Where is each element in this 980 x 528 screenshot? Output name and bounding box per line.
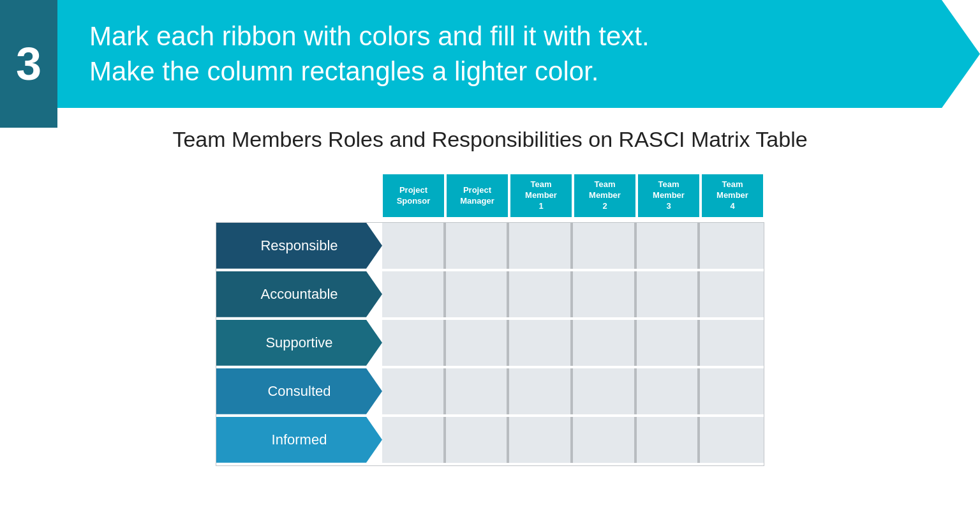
cell-main-supportive-5 bbox=[700, 320, 764, 366]
rasci-wrapper: ProjectSponsorProjectManagerTeamMember1T… bbox=[51, 174, 929, 466]
cell-accountable-5 bbox=[700, 271, 764, 317]
cell-main-accountable-1 bbox=[446, 271, 507, 317]
rasci-row-supportive: Supportive bbox=[216, 320, 764, 366]
rasci-row-responsible: Responsible bbox=[216, 223, 764, 269]
cell-main-supportive-3 bbox=[573, 320, 634, 366]
cell-main-responsible-3 bbox=[573, 223, 634, 269]
row-cells-consulted bbox=[382, 368, 764, 414]
col-header-5: TeamMember4 bbox=[702, 174, 763, 217]
cell-main-informed-1 bbox=[446, 417, 507, 463]
cell-supportive-0 bbox=[382, 320, 446, 366]
cell-consulted-4 bbox=[637, 368, 701, 414]
cell-accountable-4 bbox=[637, 271, 701, 317]
col-header-1: ProjectManager bbox=[447, 174, 508, 217]
cell-main-consulted-1 bbox=[446, 368, 507, 414]
rasci-row-consulted: Consulted bbox=[216, 368, 764, 414]
cell-main-responsible-0 bbox=[382, 223, 443, 269]
cell-main-supportive-1 bbox=[446, 320, 507, 366]
cell-accountable-3 bbox=[573, 271, 637, 317]
cell-consulted-3 bbox=[573, 368, 637, 414]
cell-main-supportive-0 bbox=[382, 320, 443, 366]
cell-main-informed-0 bbox=[382, 417, 443, 463]
row-cells-accountable bbox=[382, 271, 764, 317]
rasci-table: ProjectSponsorProjectManagerTeamMember1T… bbox=[216, 174, 764, 466]
cell-main-consulted-0 bbox=[382, 368, 443, 414]
cell-informed-0 bbox=[382, 417, 446, 463]
cell-responsible-0 bbox=[382, 223, 446, 269]
ribbon-text: Mark each ribbon with colors and fill it… bbox=[89, 19, 650, 89]
cell-accountable-1 bbox=[446, 271, 510, 317]
cell-informed-5 bbox=[700, 417, 764, 463]
cell-supportive-1 bbox=[446, 320, 510, 366]
cell-main-informed-2 bbox=[509, 417, 570, 463]
cell-informed-4 bbox=[637, 417, 701, 463]
cell-responsible-1 bbox=[446, 223, 510, 269]
cell-informed-3 bbox=[573, 417, 637, 463]
cell-main-consulted-3 bbox=[573, 368, 634, 414]
cell-main-responsible-5 bbox=[700, 223, 764, 269]
row-label-accountable: Accountable bbox=[216, 271, 382, 317]
cell-main-supportive-2 bbox=[509, 320, 570, 366]
rasci-row-informed: Informed bbox=[216, 417, 764, 463]
row-label-informed: Informed bbox=[216, 417, 382, 463]
cell-main-consulted-5 bbox=[700, 368, 764, 414]
step-number: 3 bbox=[16, 41, 41, 87]
cell-informed-2 bbox=[509, 417, 573, 463]
cell-main-informed-3 bbox=[573, 417, 634, 463]
cell-responsible-4 bbox=[637, 223, 701, 269]
row-cells-responsible bbox=[382, 223, 764, 269]
col-header-3: TeamMember2 bbox=[574, 174, 635, 217]
cell-supportive-5 bbox=[700, 320, 764, 366]
main-content: Team Members Roles and Responsibilities … bbox=[0, 127, 980, 466]
ribbon-container: Mark each ribbon with colors and fill it… bbox=[57, 0, 980, 108]
cell-accountable-2 bbox=[509, 271, 573, 317]
step-badge: 3 bbox=[0, 0, 57, 128]
cell-responsible-2 bbox=[509, 223, 573, 269]
cell-main-accountable-3 bbox=[573, 271, 634, 317]
row-cells-informed bbox=[382, 417, 764, 463]
col-header-4: TeamMember3 bbox=[638, 174, 699, 217]
cell-supportive-4 bbox=[637, 320, 701, 366]
ribbon-banner: Mark each ribbon with colors and fill it… bbox=[57, 0, 980, 108]
row-label-consulted: Consulted bbox=[216, 368, 382, 414]
row-label-responsible: Responsible bbox=[216, 223, 382, 269]
cell-main-consulted-2 bbox=[509, 368, 570, 414]
cell-main-responsible-4 bbox=[637, 223, 698, 269]
cell-consulted-5 bbox=[700, 368, 764, 414]
rasci-rows: ResponsibleAccountableSupportiveConsulte… bbox=[216, 223, 764, 465]
cell-supportive-3 bbox=[573, 320, 637, 366]
cell-main-accountable-5 bbox=[700, 271, 764, 317]
cell-main-responsible-1 bbox=[446, 223, 507, 269]
rasci-rows-wrapper: ResponsibleAccountableSupportiveConsulte… bbox=[216, 222, 764, 466]
col-headers: ProjectSponsorProjectManagerTeamMember1T… bbox=[382, 174, 764, 217]
rasci-row-accountable: Accountable bbox=[216, 271, 764, 317]
row-label-supportive: Supportive bbox=[216, 320, 382, 366]
cell-main-informed-5 bbox=[700, 417, 764, 463]
cell-consulted-0 bbox=[382, 368, 446, 414]
cell-main-responsible-2 bbox=[509, 223, 570, 269]
cell-consulted-2 bbox=[509, 368, 573, 414]
cell-main-supportive-4 bbox=[637, 320, 698, 366]
col-header-2: TeamMember1 bbox=[510, 174, 572, 217]
cell-responsible-3 bbox=[573, 223, 637, 269]
cell-main-accountable-4 bbox=[637, 271, 698, 317]
top-section: 3 Mark each ribbon with colors and fill … bbox=[0, 0, 980, 108]
cell-main-informed-4 bbox=[637, 417, 698, 463]
cell-accountable-0 bbox=[382, 271, 446, 317]
cell-responsible-5 bbox=[700, 223, 764, 269]
cell-main-accountable-0 bbox=[382, 271, 443, 317]
cell-informed-1 bbox=[446, 417, 510, 463]
col-header-0: ProjectSponsor bbox=[383, 174, 444, 217]
cell-main-accountable-2 bbox=[509, 271, 570, 317]
cell-supportive-2 bbox=[509, 320, 573, 366]
cell-consulted-1 bbox=[446, 368, 510, 414]
section-title: Team Members Roles and Responsibilities … bbox=[51, 127, 929, 152]
row-cells-supportive bbox=[382, 320, 764, 366]
cell-main-consulted-4 bbox=[637, 368, 698, 414]
